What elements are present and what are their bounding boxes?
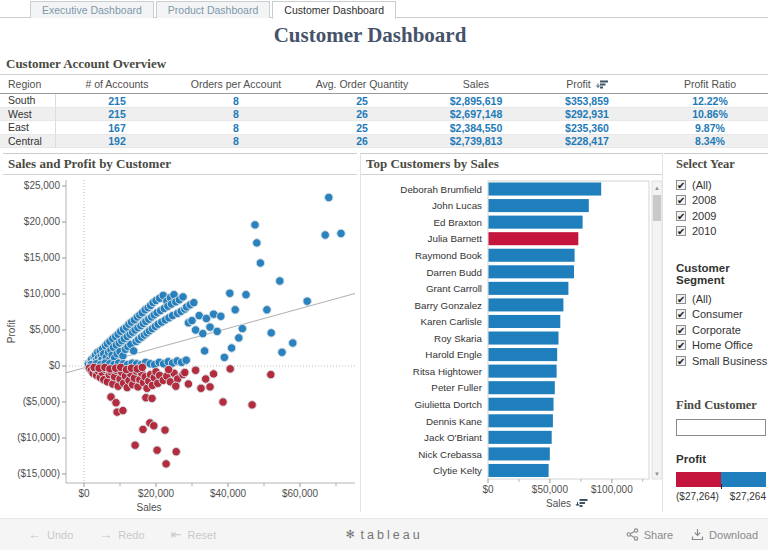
metric-value[interactable]: $292,931 (522, 108, 652, 120)
scatter-point[interactable] (217, 312, 225, 320)
overview-row-south[interactable]: South215825$2,895,619$353,85912.22% (0, 94, 768, 108)
sales-bar[interactable] (489, 232, 579, 245)
top-customers-bar-chart[interactable]: Deborah BrumfieldJohn LucasEd BraxtonJul… (361, 175, 662, 513)
bar-label[interactable]: Deborah Brumfield (400, 184, 482, 195)
scatter-point[interactable] (213, 327, 221, 335)
scatter-point[interactable] (112, 399, 120, 407)
sales-bar[interactable] (489, 431, 552, 444)
scatter-point[interactable] (231, 306, 239, 314)
bar-label[interactable]: Roy Skaria (434, 333, 482, 344)
bar-label[interactable]: Harold Engle (425, 349, 482, 360)
sales-bar[interactable] (489, 183, 602, 196)
scatter-point[interactable] (119, 406, 127, 414)
year-option-2009[interactable]: ✔2009 (676, 208, 768, 224)
scatter-point[interactable] (199, 329, 207, 337)
checkbox-checked-icon[interactable]: ✔ (676, 340, 686, 350)
bar-label[interactable]: Peter Fuller (431, 382, 482, 393)
bar-label[interactable]: Darren Budd (426, 267, 482, 278)
metric-value[interactable]: 25 (294, 95, 430, 107)
region-label[interactable]: West (0, 108, 56, 121)
metric-value[interactable]: 10.86% (652, 108, 768, 120)
scatter-point[interactable] (184, 380, 192, 388)
sales-bar[interactable] (489, 447, 550, 460)
checkbox-checked-icon[interactable]: ✔ (676, 195, 686, 205)
scatter-point[interactable] (303, 297, 311, 305)
bar-label[interactable]: Clytie Kelty (433, 465, 482, 476)
sales-bar[interactable] (489, 216, 583, 229)
bar-label[interactable]: Barry Gonzalez (414, 300, 482, 311)
scatter-point[interactable] (181, 368, 189, 376)
metric-value[interactable]: 167 (56, 122, 178, 134)
scatter-point[interactable] (242, 291, 250, 299)
scatter-point[interactable] (289, 339, 297, 347)
checkbox-checked-icon[interactable]: ✔ (676, 325, 686, 335)
sort-descending-icon[interactable] (596, 80, 608, 88)
metric-value[interactable]: 8 (178, 95, 294, 107)
scatter-point[interactable] (209, 370, 217, 378)
bar-label[interactable]: Karen Carlisle (420, 316, 482, 327)
scatter-point[interactable] (130, 347, 138, 355)
segment-option-consumer[interactable]: ✔Consumer (676, 307, 768, 323)
scatter-point[interactable] (148, 394, 156, 402)
sales-bar[interactable] (489, 332, 559, 345)
year-option-2010[interactable]: ✔2010 (676, 224, 768, 240)
sales-bar[interactable] (489, 315, 561, 328)
sales-bar[interactable] (489, 249, 575, 262)
sales-bar[interactable] (489, 414, 553, 427)
segment-option-small-business[interactable]: ✔Small Business (676, 353, 768, 369)
bar-label[interactable]: John Lucas (432, 200, 482, 211)
bar-label[interactable]: Dennis Kane (426, 416, 483, 427)
scatter-point[interactable] (188, 316, 196, 324)
scatter-point[interactable] (164, 365, 172, 373)
bar-label[interactable]: Giulietta Dortch (414, 399, 482, 410)
scatter-point[interactable] (256, 259, 264, 267)
scatter-point[interactable] (206, 383, 214, 391)
metric-value[interactable]: $228,417 (522, 135, 652, 147)
scatter-point[interactable] (138, 363, 146, 371)
checkbox-checked-icon[interactable]: ✔ (676, 356, 686, 366)
download-button[interactable]: Download (691, 528, 758, 541)
overview-row-west[interactable]: West215826$2,697,148$292,93110.86% (0, 108, 768, 122)
scatter-plot[interactable]: $25,000$20,000$15,000$10,000$5,000$0($5,… (3, 175, 355, 513)
bar-label[interactable]: Ritsa Hightower (413, 366, 483, 377)
metric-value[interactable]: 12.22% (652, 95, 768, 107)
scatter-point[interactable] (227, 344, 235, 352)
scatter-point[interactable] (191, 366, 199, 374)
bar-label[interactable]: Grant Carroll (426, 283, 482, 294)
bar-label[interactable]: Julia Barnett (428, 233, 483, 244)
scatter-point[interactable] (235, 334, 243, 342)
checkbox-checked-icon[interactable]: ✔ (676, 211, 686, 221)
sales-bar[interactable] (489, 365, 557, 378)
checkbox-checked-icon[interactable]: ✔ (676, 226, 686, 236)
scatter-point[interactable] (182, 356, 190, 364)
tab-executive-dashboard[interactable]: Executive Dashboard (30, 1, 154, 18)
scrollbar-thumb[interactable] (653, 195, 661, 221)
scatter-point[interactable] (153, 446, 161, 454)
region-label[interactable]: Central (0, 135, 56, 148)
scatter-point[interactable] (219, 398, 227, 406)
scatter-point[interactable] (139, 425, 147, 433)
scatter-point[interactable] (337, 229, 345, 237)
sales-bar[interactable] (489, 265, 575, 278)
scatter-point[interactable] (321, 231, 329, 239)
reset-button[interactable]: ⇤ Reset (171, 527, 217, 542)
scatter-point[interactable] (162, 460, 170, 468)
year-option--all-[interactable]: ✔(All) (676, 177, 768, 193)
sales-bar[interactable] (489, 381, 555, 394)
scatter-point[interactable] (253, 239, 261, 247)
metric-value[interactable]: 8 (178, 108, 294, 120)
profit-color-legend[interactable] (676, 472, 766, 487)
bar-chart-scrollbar[interactable]: ▲▼ (652, 181, 662, 479)
scatter-point[interactable] (226, 365, 234, 373)
sales-bar[interactable] (489, 199, 589, 212)
undo-button[interactable]: ← Undo (28, 527, 73, 542)
metric-value[interactable]: $2,739,813 (430, 135, 522, 147)
tab-product-dashboard[interactable]: Product Dashboard (156, 1, 270, 18)
scatter-point[interactable] (251, 221, 259, 229)
metric-value[interactable]: $235,360 (522, 122, 652, 134)
sales-bar[interactable] (489, 348, 558, 361)
scatter-point[interactable] (150, 422, 158, 430)
find-customer-input[interactable] (676, 419, 766, 436)
metric-value[interactable]: 26 (294, 108, 430, 120)
metric-value[interactable]: 25 (294, 122, 430, 134)
